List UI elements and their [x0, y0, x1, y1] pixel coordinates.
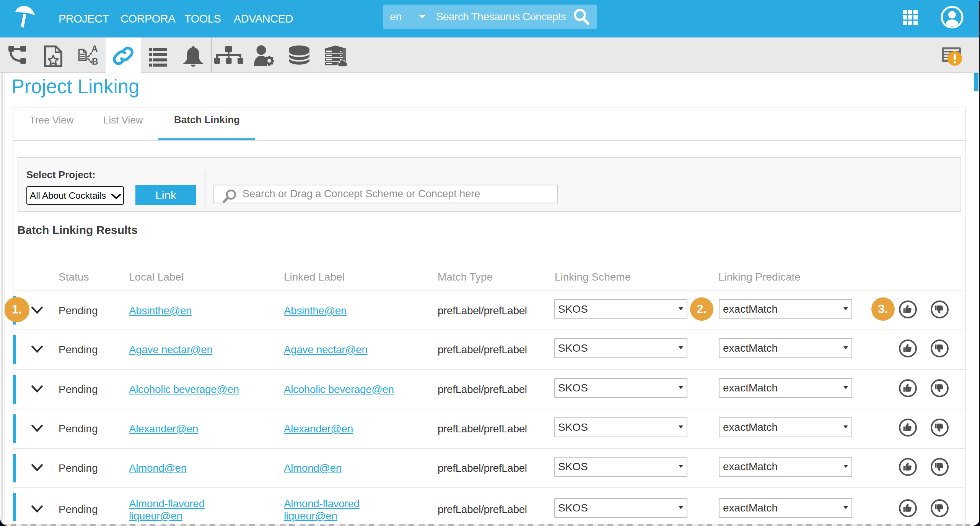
svg-text:A: A — [91, 45, 98, 54]
svg-text:B: B — [92, 57, 98, 66]
